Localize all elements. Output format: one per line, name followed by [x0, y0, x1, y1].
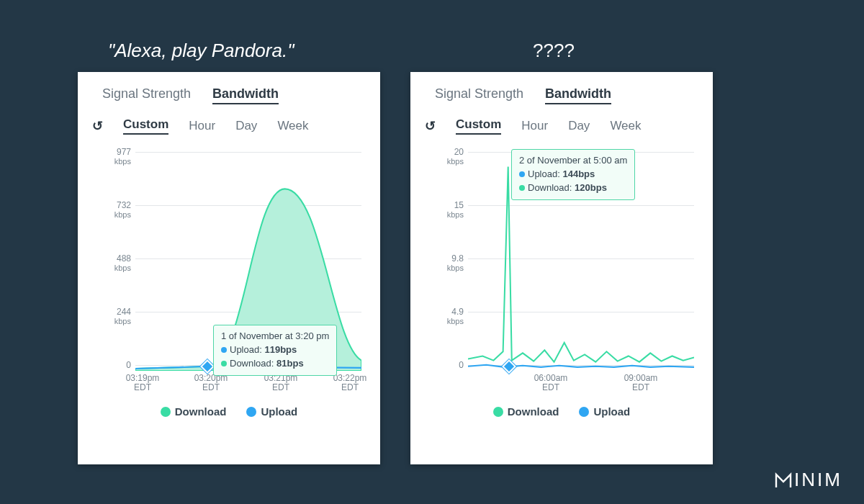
- metric-tabs: Signal Strength Bandwidth: [435, 86, 698, 104]
- legend-upload-label: Upload: [593, 405, 630, 418]
- upload-dot-icon: [221, 347, 227, 353]
- x-zone: EDT: [632, 382, 649, 392]
- tab-bandwidth[interactable]: Bandwidth: [212, 86, 279, 104]
- legend-upload[interactable]: Upload: [579, 405, 630, 418]
- caption-left: "Alexa, play Pandora.": [108, 40, 294, 62]
- y-tick: 9.8: [451, 253, 464, 264]
- range-hour[interactable]: Hour: [521, 119, 548, 133]
- range-custom[interactable]: Custom: [123, 117, 168, 135]
- y-tick: 0: [126, 360, 131, 370]
- legend-download[interactable]: Download: [161, 405, 227, 418]
- brand-mark-icon: [774, 471, 793, 490]
- y-tick: 4.9: [451, 307, 464, 317]
- range-hour[interactable]: Hour: [189, 119, 215, 133]
- tooltip-time: 1 of November at 3:20 pm: [221, 330, 329, 343]
- download-swatch-icon: [161, 407, 171, 417]
- download-swatch-icon: [493, 407, 503, 417]
- tab-bandwidth[interactable]: Bandwidth: [545, 86, 611, 104]
- chart-tooltip: 1 of November at 3:20 pm Upload: 119bps …: [213, 325, 337, 376]
- range-day[interactable]: Day: [235, 119, 257, 133]
- x-zone: EDT: [272, 382, 289, 392]
- range-tabs: ↺ Custom Hour Day Week: [425, 117, 698, 135]
- y-tick: 20: [454, 147, 464, 157]
- tooltip-upload-label: Upload:: [528, 168, 560, 179]
- download-dot-icon: [519, 185, 525, 191]
- x-tick: 03:22pm: [333, 373, 367, 383]
- x-zone: EDT: [542, 382, 559, 392]
- range-custom[interactable]: Custom: [456, 117, 501, 135]
- legend-download-label: Download: [175, 405, 227, 418]
- tooltip-download-label: Download:: [528, 182, 572, 193]
- x-zone: EDT: [341, 382, 359, 392]
- x-tick: 03:19pm: [126, 373, 160, 383]
- y-unit: kbps: [114, 317, 131, 325]
- y-tick: 488: [117, 253, 131, 264]
- upload-swatch-icon: [246, 407, 256, 417]
- legend-upload-label: Upload: [261, 405, 297, 418]
- range-week[interactable]: Week: [277, 119, 308, 133]
- tooltip-download-label: Download:: [230, 358, 274, 369]
- x-zone: EDT: [202, 382, 220, 392]
- download-dot-icon: [221, 361, 227, 366]
- legend: Download Upload: [92, 405, 366, 418]
- legend-download-label: Download: [508, 405, 559, 418]
- x-zone: EDT: [134, 382, 151, 392]
- y-unit: kbps: [447, 210, 464, 219]
- caption-right: ????: [533, 40, 575, 62]
- y-unit: kbps: [114, 210, 131, 219]
- range-tabs: ↺ Custom Hour Day Week: [92, 117, 366, 135]
- tooltip-download-value: 81bps: [276, 358, 304, 369]
- upload-dot-icon: [519, 171, 525, 177]
- y-unit: kbps: [447, 317, 464, 325]
- x-tick: 06:00am: [534, 373, 568, 383]
- brand-text: INIM: [794, 469, 842, 491]
- tab-signal-strength[interactable]: Signal Strength: [435, 86, 523, 104]
- undo-icon[interactable]: ↺: [92, 118, 103, 134]
- range-day[interactable]: Day: [568, 119, 590, 133]
- y-unit: kbps: [447, 157, 464, 166]
- bandwidth-card-right: Signal Strength Bandwidth ↺ Custom Hour …: [410, 72, 713, 464]
- chart-right[interactable]: 20kbps 15kbps 9.8kbps 4.9kbps 0 06:00amE…: [425, 143, 698, 402]
- y-tick: 244: [117, 307, 131, 317]
- y-tick: 977: [117, 147, 131, 157]
- tooltip-upload-label: Upload:: [230, 344, 262, 355]
- upload-swatch-icon: [579, 407, 589, 417]
- y-unit: kbps: [114, 157, 131, 166]
- x-tick: 09:00am: [624, 373, 658, 383]
- tooltip-download-value: 120bps: [575, 182, 607, 193]
- range-week[interactable]: Week: [610, 119, 641, 133]
- y-tick: 15: [454, 200, 464, 210]
- chart-tooltip: 2 of November at 5:00 am Upload: 144bps …: [511, 149, 635, 200]
- y-unit: kbps: [114, 264, 131, 272]
- metric-tabs: Signal Strength Bandwidth: [102, 86, 366, 104]
- tooltip-upload-value: 119bps: [264, 344, 297, 355]
- y-tick: 732: [117, 200, 131, 210]
- brand-logo: INIM: [774, 469, 842, 491]
- tooltip-time: 2 of November at 5:00 am: [519, 154, 627, 168]
- chart-left[interactable]: 977kbps 732kbps 488kbps 244kbps 0 03:19p…: [92, 143, 366, 402]
- legend-download[interactable]: Download: [493, 405, 559, 418]
- tooltip-upload-value: 144bps: [562, 168, 595, 179]
- tab-signal-strength[interactable]: Signal Strength: [102, 86, 191, 104]
- legend: Download Upload: [425, 405, 698, 418]
- y-unit: kbps: [447, 264, 464, 272]
- y-tick: 0: [459, 360, 464, 370]
- bandwidth-card-left: Signal Strength Bandwidth ↺ Custom Hour …: [78, 72, 380, 464]
- undo-icon[interactable]: ↺: [425, 118, 436, 134]
- legend-upload[interactable]: Upload: [246, 405, 297, 418]
